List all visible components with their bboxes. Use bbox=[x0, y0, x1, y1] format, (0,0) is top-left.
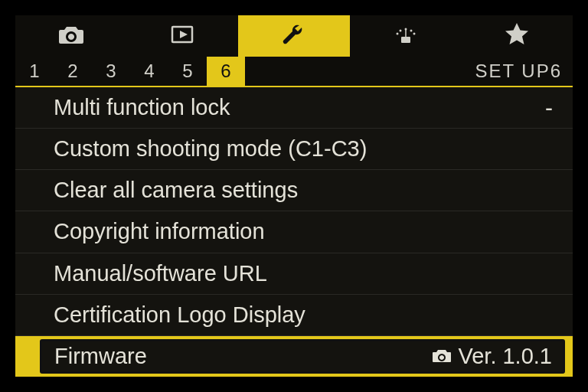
page-3[interactable]: 3 bbox=[92, 57, 130, 86]
camera-menu-screen: 1 2 3 4 5 6 SET UP6 Multi function lock … bbox=[15, 15, 573, 377]
page-5[interactable]: 5 bbox=[168, 57, 207, 86]
page-6[interactable]: 6 bbox=[207, 57, 245, 86]
menu-item-label: Manual/software URL bbox=[54, 261, 553, 286]
tab-playback[interactable] bbox=[127, 15, 239, 57]
svg-point-6 bbox=[413, 33, 415, 35]
page-2[interactable]: 2 bbox=[54, 57, 92, 86]
menu-item-value: Ver. 1.0.1 bbox=[430, 344, 552, 369]
menu-item-value: - bbox=[545, 95, 553, 121]
menu-certification-logo-display[interactable]: Certification Logo Display bbox=[15, 295, 573, 336]
wrench-icon bbox=[279, 22, 309, 50]
tab-setup[interactable] bbox=[238, 15, 350, 57]
menu-list: Multi function lock - Custom shooting mo… bbox=[15, 87, 573, 377]
menu-clear-all-settings[interactable]: Clear all camera settings bbox=[15, 170, 573, 211]
menu-firmware-inner: Firmware Ver. 1.0.1 bbox=[40, 339, 565, 374]
menu-firmware[interactable]: Firmware Ver. 1.0.1 bbox=[15, 336, 573, 377]
tab-network[interactable] bbox=[350, 15, 462, 57]
menu-custom-shooting-mode[interactable]: Custom shooting mode (C1-C3) bbox=[15, 129, 573, 170]
menu-item-label: Multi function lock bbox=[54, 95, 545, 120]
page-bar: 1 2 3 4 5 6 SET UP6 bbox=[15, 57, 573, 87]
svg-point-3 bbox=[399, 30, 401, 32]
star-icon bbox=[503, 21, 531, 51]
camera-icon bbox=[430, 348, 453, 364]
page-4[interactable]: 4 bbox=[130, 57, 168, 86]
menu-manual-software-url[interactable]: Manual/software URL bbox=[15, 253, 573, 295]
tab-shooting[interactable] bbox=[15, 15, 127, 57]
svg-point-4 bbox=[410, 30, 412, 32]
svg-point-5 bbox=[396, 33, 398, 35]
menu-copyright-information[interactable]: Copyright information bbox=[15, 211, 573, 253]
network-icon bbox=[390, 23, 421, 49]
menu-item-label: Certification Logo Display bbox=[54, 302, 553, 328]
page-numbers: 1 2 3 4 5 6 bbox=[15, 57, 245, 86]
menu-item-label: Copyright information bbox=[54, 219, 553, 244]
menu-multi-function-lock[interactable]: Multi function lock - bbox=[15, 87, 573, 129]
section-label: SET UP6 bbox=[475, 57, 573, 86]
svg-rect-1 bbox=[401, 37, 410, 43]
page-1[interactable]: 1 bbox=[15, 57, 54, 86]
play-icon bbox=[167, 23, 198, 49]
menu-item-label: Custom shooting mode (C1-C3) bbox=[54, 136, 553, 162]
category-tabbar bbox=[15, 15, 573, 57]
tab-mymenu[interactable] bbox=[461, 15, 573, 57]
menu-item-label: Firmware bbox=[54, 344, 430, 369]
camera-icon bbox=[56, 23, 87, 49]
firmware-version: Ver. 1.0.1 bbox=[458, 344, 552, 369]
menu-item-label: Clear all camera settings bbox=[54, 178, 553, 203]
